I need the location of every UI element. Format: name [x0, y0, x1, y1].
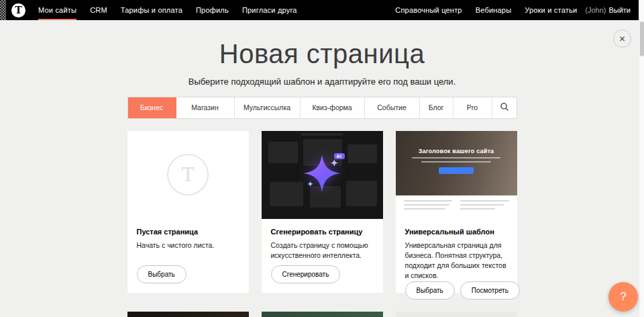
template-card-universal: Заголовок вашего сайта — [396, 131, 517, 293]
generate-button[interactable]: Сгенерировать — [271, 265, 341, 283]
logout-link[interactable]: Выйти — [608, 6, 631, 14]
card-title: Пустая страница — [137, 228, 239, 236]
preview-text-line — [460, 200, 509, 202]
card-actions: Выбрать — [137, 265, 239, 283]
preview-text-line — [404, 204, 449, 206]
preview-text-line — [421, 161, 491, 163]
template-card-preview[interactable] — [396, 312, 517, 317]
nav-item-invite-friend[interactable]: Пригласи друга — [235, 0, 304, 20]
page-title: Новая страница — [0, 39, 644, 69]
preview-text-line — [460, 204, 504, 206]
card-body: Универсальный шаблон Универсальная стран… — [396, 219, 517, 309]
choose-universal-button[interactable]: Выбрать — [405, 281, 455, 300]
preview-text-line — [404, 200, 453, 202]
tilda-logo[interactable]: T — [6, 0, 32, 20]
ai-badge: AI — [334, 153, 345, 159]
nav-item-my-sites[interactable]: Мои сайты — [32, 0, 83, 20]
preview-text-line — [404, 208, 445, 210]
tab-pro[interactable]: Pro — [453, 97, 492, 118]
top-navbar: T Мои сайты CRM Тарифы и оплата Профиль … — [0, 0, 639, 20]
preview-text-column — [460, 200, 509, 219]
tilda-logo-letter: T — [11, 3, 25, 17]
ghost-thumbnail — [268, 142, 298, 163]
template-card-blank: T Пустая страница Начать с чистого листа… — [127, 131, 249, 293]
ghost-thumbnail — [347, 144, 377, 163]
question-mark-icon: ? — [620, 290, 626, 304]
account-area: (John) Выйти — [584, 0, 639, 20]
screen: T Мои сайты CRM Тарифы и оплата Профиль … — [0, 0, 644, 317]
navbar-right-menu: Справочный центр Вебинары Уроки и статьи… — [388, 0, 639, 20]
preview-hero-section: Заголовок вашего сайта — [396, 131, 517, 195]
choose-blank-button[interactable]: Выбрать — [137, 265, 186, 283]
card-body: Пустая страница Начать с чистого листа. … — [127, 219, 249, 293]
ghost-titlebar — [301, 133, 343, 136]
tab-blog[interactable]: Блог — [420, 97, 453, 118]
universal-template-preview[interactable]: Заголовок вашего сайта — [396, 131, 517, 219]
view-universal-button[interactable]: Посмотреть — [460, 281, 520, 300]
card-description: Создать страницу с помощью искусственног… — [271, 240, 374, 261]
tab-quiz-form[interactable]: Квиз-форма — [301, 97, 365, 118]
nav-item-help-center[interactable]: Справочный центр — [388, 0, 468, 20]
ghost-thumbnail — [270, 182, 303, 206]
nav-item-profile[interactable]: Профиль — [189, 0, 235, 20]
navbar-spacer — [304, 0, 389, 20]
template-card-ai-generate: AI Сгенерировать страницу Создать страни… — [262, 131, 383, 293]
help-button[interactable]: ? — [608, 282, 638, 312]
nav-item-pricing[interactable]: Тарифы и оплата — [114, 0, 189, 20]
nav-item-crm[interactable]: CRM — [83, 0, 114, 20]
close-button[interactable]: ✕ — [613, 30, 631, 48]
preview-text-section — [396, 195, 517, 219]
ghost-thumbnail — [346, 181, 377, 206]
template-card-preview[interactable] — [262, 312, 383, 317]
card-title: Универсальный шаблон — [405, 228, 508, 236]
template-tabbar: Бизнес Магазин Мультиссылка Квиз-форма С… — [127, 97, 517, 119]
ai-sparkle-icon — [303, 154, 341, 195]
preview-text-column — [404, 200, 453, 219]
card-title: Сгенерировать страницу — [271, 228, 374, 236]
card-description: Универсальная страница для бизнеса. Поня… — [405, 240, 508, 281]
tab-search[interactable] — [492, 97, 517, 118]
account-name: (John) — [585, 6, 606, 14]
template-grid-next-row — [127, 312, 517, 317]
preview-cta-button — [439, 167, 474, 174]
scrollbar-track — [639, 0, 644, 317]
preview-text-line — [460, 208, 495, 210]
nav-item-lessons[interactable]: Уроки и статьи — [518, 0, 584, 20]
ai-template-preview[interactable]: AI — [262, 131, 383, 219]
template-card-preview[interactable] — [127, 312, 249, 317]
tab-multilink[interactable]: Мультиссылка — [235, 97, 301, 118]
close-icon: ✕ — [619, 35, 625, 43]
navbar-left-menu: Мои сайты CRM Тарифы и оплата Профиль Пр… — [32, 0, 304, 20]
template-grid: T Пустая страница Начать с чистого листа… — [127, 131, 517, 293]
corner-pattern-decoration — [0, 0, 6, 20]
tab-business[interactable]: Бизнес — [128, 97, 176, 118]
preview-hero-heading: Заголовок вашего сайта — [419, 148, 494, 154]
preview-text-line — [412, 157, 500, 158]
card-actions: Сгенерировать — [271, 265, 374, 283]
card-body: Сгенерировать страницу Создать страницу … — [262, 219, 383, 293]
tab-event[interactable]: Событие — [365, 97, 420, 118]
nav-item-webinars[interactable]: Вебинары — [469, 0, 519, 20]
card-description: Начать с чистого листа. — [137, 240, 239, 251]
blank-template-preview[interactable]: T — [127, 131, 249, 219]
page-subtitle: Выберите подходящий шаблон и адаптируйте… — [0, 77, 644, 87]
card-actions: Выбрать Посмотреть — [405, 281, 508, 300]
tab-store[interactable]: Магазин — [176, 97, 235, 118]
search-icon — [500, 102, 509, 113]
scrollbar-thumb[interactable] — [640, 21, 644, 56]
tilda-watermark-icon: T — [167, 154, 209, 195]
